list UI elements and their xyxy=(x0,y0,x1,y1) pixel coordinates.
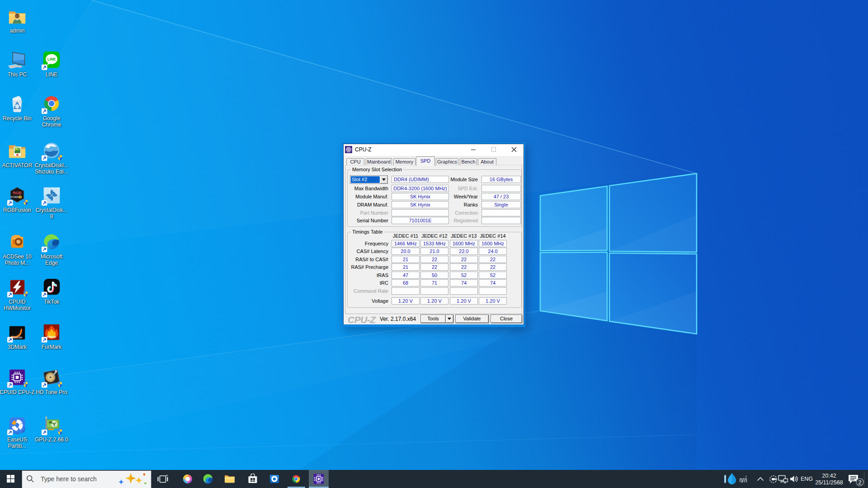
svg-text:2: 2 xyxy=(859,479,862,486)
svg-text:RGB: RGB xyxy=(13,191,21,195)
svg-text:FMark: FMark xyxy=(47,335,56,338)
svg-text:2: 2 xyxy=(19,196,21,198)
svg-text:LINE: LINE xyxy=(47,57,56,61)
svg-text:3DMARK: 3DMARK xyxy=(12,336,23,339)
